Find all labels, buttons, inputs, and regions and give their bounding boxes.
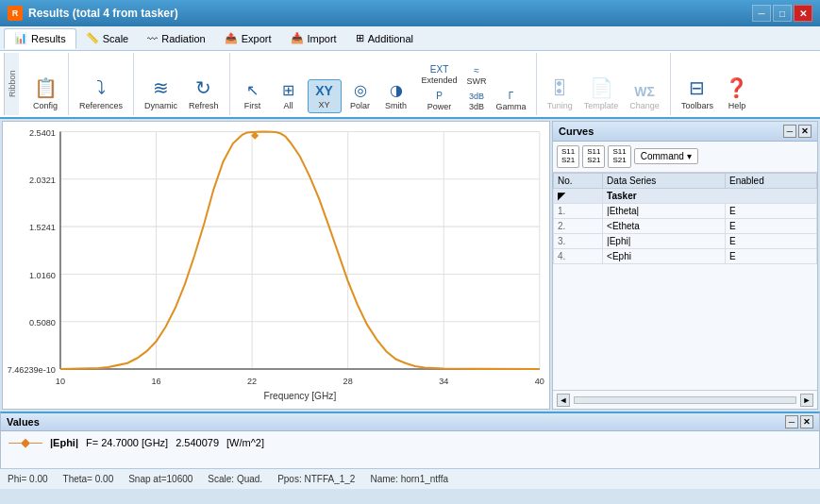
table-row[interactable]: 3. |Ephi| E [554, 233, 817, 248]
values-title: Values [7, 416, 40, 428]
s11-s21-btn1[interactable]: S11S21 [557, 145, 579, 168]
tuning-label: Tuning [547, 101, 573, 110]
smith-button[interactable]: ◑ Smith [379, 78, 413, 113]
svg-text:1.0160: 1.0160 [29, 271, 56, 280]
power-icon: P [436, 91, 443, 101]
panel-close-button[interactable]: ✕ [798, 125, 812, 138]
values-close-btn[interactable]: ✕ [800, 415, 813, 428]
status-ppos: Ppos: NTFFA_1_2 [277, 474, 355, 484]
polar-button[interactable]: ◎ Polar [343, 78, 377, 113]
ribbon-group-tools: ⊟ Toolbars ❓ Help [671, 53, 760, 115]
toolbars-label: Toolbars [681, 101, 713, 110]
status-theta: Theta= 0.00 [63, 474, 114, 484]
dynamic-label: Dynamic [144, 101, 177, 110]
xy-button[interactable]: XY XY [308, 79, 342, 113]
first-button[interactable]: ↖ First [236, 78, 270, 113]
status-scale: Scale: Quad. [208, 474, 262, 484]
swr-label: SWR [467, 76, 487, 86]
change-label: Change [629, 101, 660, 110]
row-4-series: <Ephi [603, 248, 726, 263]
tab-results[interactable]: 📊 Results [4, 28, 76, 49]
panel-minimize-button[interactable]: ─ [783, 125, 796, 138]
curves-panel-header: Curves ─ ✕ [553, 122, 817, 142]
extended-button[interactable]: EXT Extended [418, 62, 461, 87]
references-button[interactable]: ⤵ References [75, 75, 127, 113]
row-1-series: |Etheta| [603, 203, 726, 218]
row-4-enabled: E [726, 248, 817, 263]
value-units: [W/m^2] [226, 437, 264, 448]
template-button[interactable]: 📄 Template [579, 74, 624, 113]
value-value: 2.540079 [176, 437, 219, 448]
additional-icon: ⊞ [356, 32, 364, 44]
curves-panel: Curves ─ ✕ S11S21 S11S21 S11S21 Command … [552, 121, 818, 410]
tasker-label: Tasker [603, 188, 817, 203]
window-controls: ─ □ ✕ [752, 5, 812, 22]
config-icon: 📋 [34, 76, 58, 99]
svg-text:1.5241: 1.5241 [29, 223, 56, 232]
table-row[interactable]: 4. <Ephi E [554, 248, 817, 263]
scroll-left-btn[interactable]: ◄ [557, 394, 570, 407]
xy-icon: XY [315, 83, 333, 98]
svg-text:22: 22 [247, 377, 257, 386]
refresh-label: Refresh [189, 101, 219, 110]
status-name: Name: horn1_ntffa [370, 474, 448, 484]
gamma-button[interactable]: Γ Gamma [493, 89, 530, 113]
svg-text:2.0321: 2.0321 [29, 176, 56, 185]
change-button[interactable]: WΣ Change [625, 81, 664, 113]
table-row[interactable]: 2. <Etheta E [554, 218, 817, 233]
smith-label: Smith [385, 101, 407, 110]
power-button[interactable]: P Power [418, 89, 461, 113]
menubar: 📊 Results 📏 Scale 〰 Radiation 📤 Export 📥… [0, 26, 820, 51]
row-1-enabled: E [726, 203, 817, 218]
main-area: 2.5401 2.0321 1.5241 1.0160 0.5080 7.462… [0, 119, 820, 412]
tab-import[interactable]: 📥 Import [281, 28, 346, 49]
chart-svg: 2.5401 2.0321 1.5241 1.0160 0.5080 7.462… [3, 122, 549, 409]
radiation-icon: 〰 [147, 33, 158, 44]
maximize-button[interactable]: □ [773, 5, 792, 22]
help-button[interactable]: ❓ Help [720, 74, 754, 113]
3db-button[interactable]: 3dB 3dB [463, 90, 491, 113]
toolbars-button[interactable]: ⊟ Toolbars [677, 74, 718, 113]
tasker-row: ◤ Tasker [554, 188, 817, 203]
window-title: Results (total 4 from tasker) [28, 7, 746, 20]
scroll-right-btn[interactable]: ► [800, 394, 813, 407]
values-minimize-btn[interactable]: ─ [785, 415, 798, 428]
svg-rect-0 [3, 122, 549, 409]
scale-icon: 📏 [86, 32, 99, 44]
refresh-button[interactable]: ↻ Refresh [184, 74, 224, 113]
import-icon: 📥 [291, 32, 304, 44]
scrollbar-track[interactable] [574, 396, 796, 404]
references-label: References [79, 101, 123, 110]
tuning-icon: 🎛 [550, 77, 569, 99]
close-button[interactable]: ✕ [794, 5, 812, 22]
3db-icon: 3dB [469, 92, 484, 101]
chart-area[interactable]: 2.5401 2.0321 1.5241 1.0160 0.5080 7.462… [2, 121, 550, 410]
row-2-enabled: E [726, 218, 817, 233]
tab-export[interactable]: 📤 Export [215, 28, 281, 49]
swr-button[interactable]: ≈ SWR [463, 63, 491, 88]
command-dropdown[interactable]: Command ▾ [634, 148, 698, 164]
col-no: No. [554, 173, 603, 188]
tab-scale[interactable]: 📏 Scale [76, 28, 139, 49]
tab-additional[interactable]: ⊞ Additional [346, 28, 423, 49]
tuning-button[interactable]: 🎛 Tuning [543, 75, 577, 113]
status-snap: Snap at=10600 [128, 474, 192, 484]
template-icon: 📄 [590, 76, 613, 99]
dynamic-button[interactable]: ≋ Dynamic [140, 74, 182, 113]
config-button[interactable]: 📋 Config [28, 74, 62, 113]
all-button[interactable]: ⊞ All [272, 78, 306, 113]
table-row[interactable]: 1. |Etheta| E [554, 203, 817, 218]
s11-s21-btn3[interactable]: S11S21 [608, 145, 630, 168]
s11-s21-btn2[interactable]: S11S21 [582, 145, 605, 168]
help-label: Help [728, 101, 746, 110]
polar-icon: ◎ [354, 81, 367, 99]
titlebar: R Results (total 4 from tasker) ─ □ ✕ [0, 0, 820, 26]
command-label: Command [641, 151, 684, 161]
minimize-button[interactable]: ─ [752, 5, 771, 22]
svg-text:7.46239e-10: 7.46239e-10 [8, 365, 56, 375]
swr-icon: ≈ [474, 65, 479, 76]
curves-table: No. Data Series Enabled ◤ Tasker 1. |Eth… [553, 173, 817, 390]
col-series: Data Series [603, 173, 726, 188]
tab-radiation[interactable]: 〰 Radiation [138, 28, 214, 49]
ribbon-group-view: ↖ First ⊞ All XY XY ◎ Polar ◑ Smith EXT [230, 53, 537, 115]
